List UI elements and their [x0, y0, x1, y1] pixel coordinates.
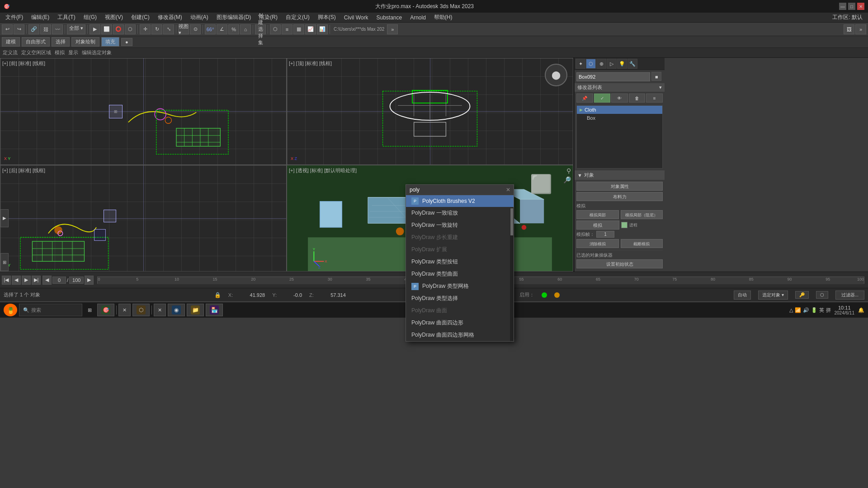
- mode-item-display[interactable]: 显示: [68, 49, 78, 56]
- viewport-back[interactable]: [+] [后] [标准] [线框]: [0, 165, 287, 272]
- redo-button[interactable]: ↪: [14, 24, 24, 34]
- mod-btn-show[interactable]: 👁: [611, 94, 628, 103]
- rotate-button[interactable]: ↻: [151, 24, 162, 34]
- simulate-local-btn[interactable]: 模拟局部: [576, 210, 619, 219]
- layer-button[interactable]: ▦: [293, 24, 304, 34]
- spinner-snap[interactable]: ⌂: [240, 24, 251, 34]
- search-result-8[interactable]: PolyDraw 类型选择: [406, 292, 514, 305]
- search-result-0[interactable]: P PolyCloth Brushes V2: [406, 195, 514, 207]
- taskbar-store[interactable]: 🏪: [206, 304, 223, 316]
- curve-editor[interactable]: 📈: [305, 24, 316, 34]
- search-result-11[interactable]: PolyDraw 曲面四边形网格: [406, 329, 514, 341]
- frame-back-btn[interactable]: ◀: [42, 276, 52, 285]
- undo-button[interactable]: ↩: [2, 24, 13, 34]
- percent-snap[interactable]: %: [228, 24, 239, 34]
- ref-coord-dropdown[interactable]: 视图 ▾: [178, 24, 189, 34]
- prev-frame-btn[interactable]: ◀: [12, 276, 21, 285]
- taskbar-files[interactable]: 📁: [187, 304, 204, 316]
- snap-toggle[interactable]: 66°: [205, 24, 216, 34]
- enabled-dot-green[interactable]: [542, 292, 547, 298]
- menu-substance[interactable]: Substance: [373, 14, 406, 22]
- notification-btn[interactable]: 🔔: [858, 307, 864, 313]
- utilities-icon[interactable]: 🔧: [627, 59, 637, 69]
- menu-script[interactable]: 脚本(S): [314, 13, 340, 22]
- mode-item-flow[interactable]: 定义流: [3, 49, 18, 56]
- search-result-10[interactable]: PolyDraw 曲面四边形: [406, 317, 514, 329]
- create-icon[interactable]: ✦: [576, 59, 585, 69]
- taskbar-browser[interactable]: ◉: [168, 304, 185, 316]
- menu-view[interactable]: 视图(V): [101, 13, 127, 22]
- taskbar-search[interactable]: 🔍 搜索: [19, 304, 82, 316]
- tray-sound[interactable]: 🔊: [803, 307, 809, 313]
- object-name-field[interactable]: [576, 72, 650, 81]
- mode-item-space[interactable]: 定义空闲区域: [21, 49, 51, 56]
- graph-editor[interactable]: 📊: [317, 24, 328, 34]
- taskbar-app-2[interactable]: ⬡: [132, 304, 150, 316]
- simulate-local2-btn[interactable]: 模拟局部（阻尼）: [621, 210, 663, 219]
- workspace-selector[interactable]: 工作区: 默认: [829, 13, 866, 22]
- mod-btn-active[interactable]: ✓: [594, 94, 611, 103]
- persp-filter-icon[interactable]: ⚲: [566, 167, 571, 174]
- bind-to-space[interactable]: 〰: [52, 24, 63, 34]
- cut-sim-btn[interactable]: 截断模拟: [621, 239, 663, 248]
- align-button[interactable]: ≡: [282, 24, 292, 34]
- modifier-box[interactable]: Box: [577, 114, 662, 122]
- frame-fwd-btn[interactable]: ▶: [85, 276, 94, 285]
- tray-battery[interactable]: 🔋: [811, 307, 817, 313]
- simulate-btn[interactable]: 模拟: [576, 221, 619, 230]
- menu-file[interactable]: 文件(F): [2, 13, 27, 22]
- tray-network[interactable]: 📶: [795, 307, 801, 313]
- mod-btn-delete[interactable]: 🗑: [629, 94, 646, 103]
- taskbar-app-1[interactable]: 🎯: [97, 304, 114, 316]
- mode-item-edit[interactable]: 编辑选定对象: [82, 49, 112, 56]
- mode-item-simulate[interactable]: 模拟: [55, 49, 65, 56]
- search-result-6[interactable]: PolyDraw 类型曲面: [406, 268, 514, 280]
- maximize-button[interactable]: □: [848, 3, 855, 10]
- select-region-rect[interactable]: ⬜: [101, 24, 112, 34]
- menu-modifier[interactable]: 修改器(M): [154, 13, 186, 22]
- search-result-5[interactable]: PolyDraw 类型按钮: [406, 256, 514, 268]
- enabled-dot-orange[interactable]: [554, 292, 560, 298]
- hierarchy-icon[interactable]: ⊕: [596, 59, 606, 69]
- sub-paint[interactable]: 对象绘制: [71, 37, 99, 47]
- task-view-btn[interactable]: ⊞: [84, 304, 95, 316]
- start-btn[interactable]: 🍍: [4, 304, 17, 316]
- object-section-header[interactable]: ▼ 对象: [575, 170, 665, 180]
- menu-tools[interactable]: 工具(T): [54, 13, 79, 22]
- viewport-front[interactable]: [+] [前] [标准] [线框] ⊞: [0, 58, 287, 165]
- scale-button[interactable]: ⤡: [163, 24, 174, 34]
- render-frame[interactable]: 🖼: [844, 24, 854, 34]
- menu-civil[interactable]: Civil Work: [340, 14, 372, 22]
- search-result-7[interactable]: P PolyDraw 类型网格: [406, 280, 514, 292]
- name-color-btn[interactable]: ■: [651, 72, 661, 81]
- menu-group[interactable]: 组(G): [80, 13, 100, 22]
- sub-freeform[interactable]: 自由形式: [22, 37, 50, 47]
- sim-frames-input[interactable]: [596, 231, 614, 238]
- key-filters-btn[interactable]: 🔑: [795, 291, 809, 299]
- filter-btn[interactable]: 过滤器...: [835, 291, 864, 300]
- select-region-circle[interactable]: ⭕: [113, 24, 124, 34]
- mod-btn-more[interactable]: ≡: [646, 94, 663, 103]
- expand-button[interactable]: »: [387, 24, 398, 34]
- lock-icon[interactable]: 🔒: [214, 292, 221, 298]
- persp-cube[interactable]: ⬜: [528, 171, 555, 198]
- select-region-fence[interactable]: ⬡: [125, 24, 136, 34]
- select-button[interactable]: ▶: [90, 24, 100, 34]
- menu-graph-editor[interactable]: 图形编辑器(D): [213, 13, 255, 22]
- taskbar-app-close-1[interactable]: ✕: [118, 304, 131, 316]
- back-viewport-icon[interactable]: ⊞: [0, 253, 9, 271]
- mirror-button[interactable]: ⬡: [270, 24, 281, 34]
- link-button[interactable]: 🔗: [28, 24, 39, 34]
- select-all-dropdown[interactable]: 全部 ▾: [67, 24, 85, 34]
- modify-icon[interactable]: ⬡: [586, 59, 596, 69]
- sub-modeling[interactable]: 建模: [2, 37, 20, 47]
- menu-help[interactable]: 帮助(H): [430, 13, 456, 22]
- minimize-button[interactable]: —: [839, 3, 846, 10]
- close-button[interactable]: ✕: [857, 3, 864, 10]
- search-close-btn[interactable]: ✕: [505, 186, 512, 193]
- object-props-btn[interactable]: 对象属性: [576, 182, 663, 191]
- sub-dot[interactable]: ●: [121, 38, 132, 46]
- viewport-top[interactable]: [+] [顶] [标准] [线框] X Z ⬤: [287, 58, 573, 165]
- play-btn[interactable]: ▶: [22, 276, 31, 285]
- sub-fill[interactable]: 填充: [101, 37, 119, 47]
